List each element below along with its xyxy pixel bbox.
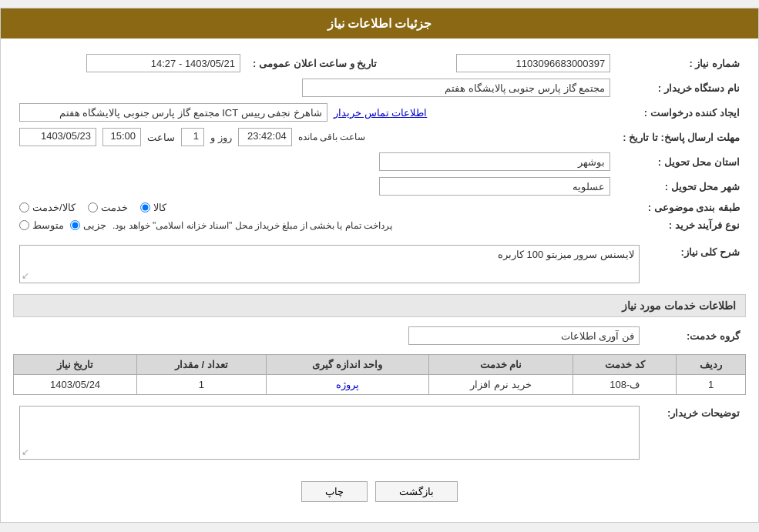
category-khedmat-radio[interactable] xyxy=(88,202,98,212)
row-name: خرید نرم افزار xyxy=(428,375,573,395)
need-number-label: شماره نیاز : xyxy=(616,51,746,75)
announcement-value: 1403/05/21 - 14:27 xyxy=(86,54,240,72)
creator-label: ایجاد کننده درخواست : xyxy=(616,100,746,125)
category-kala-label: کالا xyxy=(153,202,166,213)
category-kala-khedmat-label: کالا/خدمت xyxy=(32,202,76,213)
category-kala-radio[interactable] xyxy=(140,202,150,212)
print-button[interactable]: چاپ xyxy=(301,481,368,502)
buyer-desc-label: توضیحات خریدار: xyxy=(646,403,746,463)
row-date: 1403/05/24 xyxy=(14,375,137,395)
need-number-value: 1103096683000397 xyxy=(456,54,610,72)
deadline-day: 1 xyxy=(181,128,204,146)
purchase-notice: پرداخت تمام یا بخشی از مبلغ خریداز محل "… xyxy=(113,220,392,231)
row-number: 1 xyxy=(677,375,746,395)
deadline-time-label: ساعت xyxy=(147,132,175,143)
purchase-jozyi-label: جزیی xyxy=(83,219,106,231)
category-kala-khedmat-radio[interactable] xyxy=(19,202,29,212)
category-khedmat-option[interactable]: خدمت xyxy=(88,202,128,213)
purchase-type-label: نوع فرآیند خرید : xyxy=(616,216,746,234)
row-unit: پروژه xyxy=(266,375,428,395)
purchase-motavaset-option[interactable]: متوسط xyxy=(19,219,64,231)
deadline-date: 1403/05/23 xyxy=(19,128,96,146)
contact-link[interactable]: اطلاعات تماس خریدار xyxy=(334,107,427,119)
row-code: ف-108 xyxy=(573,375,677,395)
deadline-label: مهلت ارسال پاسخ: تا تاریخ : xyxy=(616,125,746,149)
row-qty: 1 xyxy=(137,375,266,395)
category-kala-option[interactable]: کالا xyxy=(140,202,166,213)
purchase-motavaset-label: متوسط xyxy=(32,219,64,231)
purchase-motavaset-radio[interactable] xyxy=(19,220,29,230)
page-title: جزئیات اطلاعات نیاز xyxy=(1,8,758,38)
deadline-remaining-label: ساعت باقی مانده xyxy=(298,132,366,142)
deadline-remaining: 23:42:04 xyxy=(238,128,292,146)
col-header-code: کد خدمت xyxy=(573,355,677,375)
buyer-org-label: نام دستگاه خریدار : xyxy=(616,75,746,100)
deadline-time: 15:00 xyxy=(102,128,141,146)
city-label: شهر محل تحویل : xyxy=(616,174,746,199)
announcement-label: تاریخ و ساعت اعلان عمومی : xyxy=(247,51,383,75)
bottom-buttons: بازگشت چاپ xyxy=(13,470,746,510)
creator-value: شاهرخ نجفی رییس ICT مجتمع گاز پارس جنوبی… xyxy=(19,103,327,122)
category-kala-khedmat-option[interactable]: کالا/خدمت xyxy=(19,202,76,213)
col-header-row: ردیف xyxy=(677,355,746,375)
buyer-desc-box xyxy=(19,406,640,460)
need-description-box: لایسنس سرور میزبتو 100 کاربره xyxy=(19,245,640,283)
col-header-qty: تعداد / مقدار xyxy=(137,355,266,375)
buyer-org-value: مجتمع گاز پارس جنوبی پالایشگاه هفتم xyxy=(302,79,610,97)
col-header-name: نام خدمت xyxy=(428,355,573,375)
deadline-day-label: روز و xyxy=(210,132,232,143)
purchase-jozyi-radio[interactable] xyxy=(70,220,80,230)
need-description-label: شرح کلی نیاز: xyxy=(646,242,746,286)
col-header-unit: واحد اندازه گیری xyxy=(266,355,428,375)
services-section-title: اطلاعات خدمات مورد نیاز xyxy=(13,294,746,317)
back-button[interactable]: بازگشت xyxy=(375,481,458,502)
city-value: عسلویه xyxy=(379,177,610,196)
service-group-value: فن آوری اطلاعات xyxy=(408,326,640,345)
services-table: ردیف کد خدمت نام خدمت واحد اندازه گیری ت… xyxy=(13,354,746,395)
province-label: استان محل تحویل : xyxy=(616,149,746,174)
province-value: بوشهر xyxy=(379,152,610,171)
category-label: طبقه بندی موضوعی : xyxy=(616,199,746,216)
purchase-jozyi-option[interactable]: جزیی xyxy=(70,219,106,231)
table-row: 1 ف-108 خرید نرم افزار پروژه 1 1403/05/2… xyxy=(14,375,746,395)
category-khedmat-label: خدمت xyxy=(101,202,128,213)
need-description-value: لایسنس سرور میزبتو 100 کاربره xyxy=(498,249,634,260)
col-header-date: تاریخ نیاز xyxy=(14,355,137,375)
service-group-label: گروه خدمت: xyxy=(646,323,746,348)
